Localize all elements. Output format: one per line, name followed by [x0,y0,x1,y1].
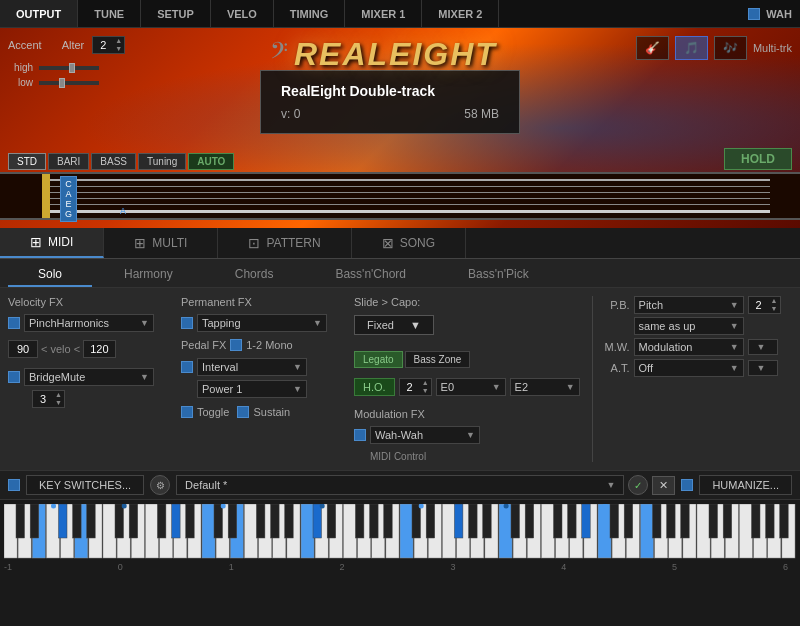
black-key[interactable] [327,504,336,538]
alter-down-arrow[interactable]: ▼ [113,45,124,53]
mono-checkbox[interactable] [230,339,242,351]
bridge-arrows[interactable]: ▲ ▼ [53,391,64,407]
white-key[interactable] [343,504,356,558]
velo-low[interactable]: 90 [8,340,38,358]
black-key[interactable] [271,504,280,538]
black-key[interactable] [709,504,718,538]
black-key[interactable] [469,504,478,538]
black-key[interactable] [681,504,690,538]
wah-dropdown[interactable]: Wah-Wah ▼ [370,426,480,444]
nav-velo[interactable]: VELO [211,0,274,27]
nav-timing[interactable]: TIMING [274,0,346,27]
white-key[interactable] [598,504,611,558]
nav-mixer1[interactable]: MIXER 1 [345,0,422,27]
pitch-up[interactable]: ▲ [769,297,780,305]
pitch-spinbox[interactable]: 2 ▲ ▼ [748,296,781,314]
sustain-checkbox[interactable] [237,406,249,418]
white-key[interactable] [145,504,158,558]
pitch-arrows[interactable]: ▲ ▼ [769,297,780,313]
nav-tune[interactable]: TUNE [78,0,141,27]
white-key[interactable] [499,504,512,558]
bridge-spinbox[interactable]: 3 ▲ ▼ [32,390,65,408]
modulation-dropdown[interactable]: Modulation ▼ [634,338,744,356]
black-key[interactable] [568,504,577,538]
black-key[interactable] [30,504,39,538]
interval-checkbox[interactable] [181,361,193,373]
black-key[interactable] [355,504,364,538]
tab-song[interactable]: ⊠ SONG [352,228,466,258]
black-key[interactable] [172,504,181,538]
tuning-std[interactable]: STD [8,153,46,170]
perm-dropdown[interactable]: Tapping ▼ [197,314,327,332]
subtab-chords[interactable]: Chords [205,263,304,287]
black-key[interactable] [214,504,223,538]
black-key[interactable] [610,504,619,538]
white-key[interactable] [640,504,653,558]
black-key[interactable] [256,504,265,538]
ho-box[interactable]: H.O. [354,378,395,396]
black-key[interactable] [582,504,591,538]
key-switches-button[interactable]: KEY SWITCHES... [26,475,144,495]
hold-button[interactable]: HOLD [724,148,792,170]
interval-dropdown[interactable]: Interval ▼ [197,358,307,376]
vfx-checkbox[interactable] [8,317,20,329]
black-key[interactable] [313,504,322,538]
black-key[interactable] [16,504,25,538]
multi-icon-btn[interactable]: 🎶 [714,36,747,60]
nav-output[interactable]: OUTPUT [0,0,78,27]
velo-high[interactable]: 120 [83,340,115,358]
black-key[interactable] [752,504,761,538]
alter-arrows[interactable]: ▲ ▼ [113,37,124,53]
tuning-bass[interactable]: BASS [91,153,136,170]
black-key[interactable] [667,504,676,538]
black-key[interactable] [186,504,195,538]
nav-mixer2[interactable]: MIXER 2 [422,0,499,27]
white-key[interactable] [301,504,314,558]
bass-zone-btn[interactable]: Bass Zone [405,351,471,368]
low-slider[interactable] [39,81,99,85]
e0-dropdown[interactable]: E0 ▼ [436,378,506,396]
black-key[interactable] [115,504,124,538]
fixed-button[interactable]: Fixed ▼ [354,315,434,335]
black-key[interactable] [285,504,294,538]
ho-spinbox[interactable]: 2 ▲ ▼ [399,378,432,396]
pitch-dropdown[interactable]: Pitch ▼ [634,296,744,314]
black-key[interactable] [454,504,463,538]
ks-checkbox[interactable] [8,479,20,491]
default-dropdown[interactable]: Default * ▼ [176,475,624,495]
alter-spinbox[interactable]: 2 ▲ ▼ [92,36,125,54]
high-slider-thumb[interactable] [69,63,75,73]
ho-up[interactable]: ▲ [420,379,431,387]
at-dropdown[interactable]: Off ▼ [634,359,744,377]
black-key[interactable] [780,504,789,538]
white-key[interactable] [442,504,455,558]
white-key[interactable] [739,504,752,558]
pfx-checkbox[interactable] [8,371,20,383]
white-key[interactable] [103,504,116,558]
bridge-up[interactable]: ▲ [53,391,64,399]
subtab-solo[interactable]: Solo [8,263,92,287]
black-key[interactable] [624,504,633,538]
power-dropdown[interactable]: Power 1 ▼ [197,380,307,398]
black-key[interactable] [412,504,421,538]
bridge-down[interactable]: ▼ [53,399,64,407]
high-slider[interactable] [39,66,99,70]
ho-down[interactable]: ▼ [420,387,431,395]
subtab-bassNpick[interactable]: Bass'n'Pick [438,263,559,287]
black-key[interactable] [129,504,138,538]
black-key[interactable] [766,504,775,538]
alter-up-arrow[interactable]: ▲ [113,37,124,45]
white-key[interactable] [541,504,554,558]
white-key[interactable] [4,504,17,558]
black-key[interactable] [723,504,732,538]
tuning-bari[interactable]: BARI [48,153,89,170]
vfx-dropdown[interactable]: PinchHarmonics ▼ [24,314,154,332]
black-key[interactable] [370,504,379,538]
low-slider-thumb[interactable] [59,78,65,88]
wah-checkbox[interactable] [748,8,760,20]
tuning-auto[interactable]: AUTO [188,153,234,170]
hum-checkbox[interactable] [681,479,693,491]
guitar-icon-btn[interactable]: 🎸 [636,36,669,60]
nav-setup[interactable]: SETUP [141,0,211,27]
white-key[interactable] [244,504,257,558]
